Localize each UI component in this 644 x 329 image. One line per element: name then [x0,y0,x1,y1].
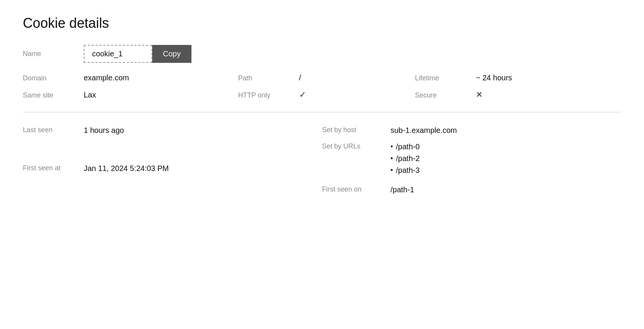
bottom-section: Last seen 1 hours ago First seen at Jan … [23,126,621,194]
name-value: cookie_1 [84,45,152,63]
section-divider [23,112,621,112]
lifetime-label: Lifetime [415,74,476,82]
list-item: /path-0 [391,142,621,151]
copy-button[interactable]: Copy [152,45,191,63]
set-by-urls-label: Set by URLs [322,142,391,150]
details-grid: Domain example.com Path / Lifetime ~ 24 … [23,73,621,100]
name-label: Name [23,50,84,58]
http-only-label: HTTP only [238,91,299,99]
same-site-value: Lax [84,91,238,99]
list-item: /path-2 [391,154,621,163]
path-label: Path [238,74,299,82]
name-row: Name cookie_1 Copy [23,45,621,63]
domain-label: Domain [23,74,84,82]
first-seen-at-value: Jan 11, 2024 5:24:03 PM [84,164,322,173]
same-site-label: Same site [23,91,84,99]
secure-label: Secure [415,91,476,99]
set-by-host-value: sub-1.example.com [391,126,621,135]
last-seen-value: 1 hours ago [84,126,322,135]
list-item: /path-3 [391,166,621,175]
first-seen-at-label: First seen at [23,164,84,172]
first-seen-on-label: First seen on [322,185,391,193]
domain-value: example.com [84,73,238,82]
set-by-host-label: Set by host [322,126,391,134]
http-only-value: ✓ [299,90,415,100]
lifetime-value: ~ 24 hours [476,73,621,82]
secure-value: ✕ [476,90,621,100]
first-seen-on-value: /path-1 [391,185,621,194]
last-seen-label: Last seen [23,126,84,134]
path-value: / [299,73,415,82]
set-by-urls-list: /path-0 /path-2 /path-3 [391,142,621,178]
page-title: Cookie details [23,15,621,31]
